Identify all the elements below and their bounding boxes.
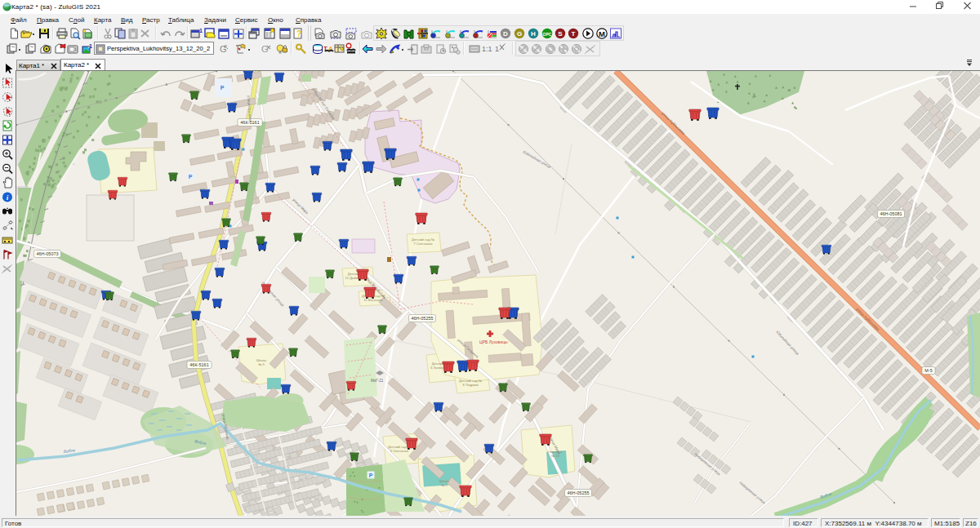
- svg-text:46Н-05255: 46Н-05255: [411, 316, 433, 321]
- svg-text:46Н-05255: 46Н-05255: [567, 490, 589, 495]
- svg-text:46К-5161: 46К-5161: [189, 362, 208, 367]
- svg-text:№ 10: № 10: [551, 454, 560, 458]
- svg-text:OPC: OPC: [543, 32, 552, 37]
- svg-text:?: ?: [296, 29, 301, 38]
- svg-text:G: G: [517, 30, 522, 38]
- svg-text:S: S: [558, 30, 563, 38]
- svg-text:46Н-05081: 46Н-05081: [880, 211, 902, 216]
- svg-text:T: T: [572, 30, 576, 38]
- svg-text:1:1: 1:1: [482, 45, 492, 53]
- svg-text:№ 2: № 2: [441, 483, 448, 487]
- svg-text:46Н-05073: 46Н-05073: [36, 251, 58, 256]
- svg-text:М-5: М-5: [924, 368, 932, 373]
- svg-text:P: P: [189, 174, 193, 180]
- svg-text:D: D: [503, 30, 508, 38]
- svg-text:8 Лядрики: 8 Лядрики: [463, 383, 479, 387]
- svg-text:9 Светлячок: 9 Светлячок: [390, 449, 409, 453]
- svg-text:M: M: [599, 29, 605, 38]
- svg-text:P: P: [369, 473, 373, 478]
- svg-text:P: P: [220, 85, 225, 91]
- svg-text:1: 1: [495, 45, 499, 53]
- svg-text:H: H: [531, 30, 536, 38]
- svg-text:7 Солнышко: 7 Солнышко: [413, 242, 433, 246]
- svg-text:Perspektiva_Lukhovitsy_13_12_2: Perspektiva_Lukhovitsy_13_12_20_2: [107, 45, 210, 52]
- svg-text:1: 1: [89, 43, 92, 49]
- svg-text:№ 9: № 9: [258, 362, 265, 366]
- svg-text:ЦРБ Луховицы: ЦРБ Луховицы: [479, 339, 508, 344]
- svg-text:1: 1: [199, 28, 203, 33]
- svg-text:МиГ-21: МиГ-21: [371, 379, 384, 383]
